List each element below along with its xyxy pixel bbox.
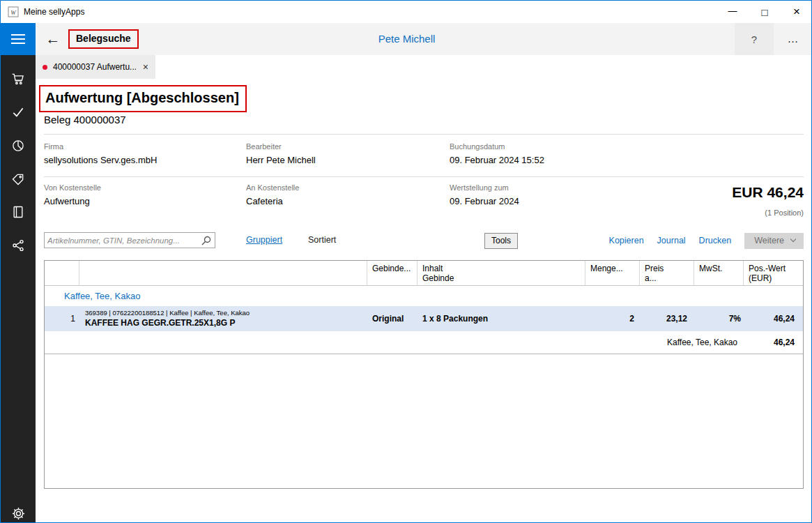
tools-button[interactable]: Tools: [484, 233, 518, 249]
window-controls: — □ ×: [717, 1, 812, 23]
summary-value: 46,24: [744, 338, 803, 347]
app-window: W Meine sellyApps — □ × ← Belegsuche Pet…: [0, 0, 812, 523]
app-logo-icon: W: [8, 6, 19, 17]
field-label: Von Kostenstelle: [44, 183, 101, 192]
chevron-down-icon: [790, 236, 796, 242]
row-mwst: 7%: [694, 314, 744, 324]
field-value: Herr Pete Michell: [246, 155, 316, 165]
drucken-link[interactable]: Drucken: [699, 236, 732, 245]
field-value: 09. Februar 2024: [450, 196, 519, 206]
field-label: Buchungsdatum: [450, 142, 544, 151]
table-header-row: Gebinde... InhaltGebinde Menge... Preisa…: [45, 261, 803, 286]
field-label: Firma: [44, 142, 157, 151]
search-box: [44, 232, 215, 248]
col-header-pos: [45, 261, 79, 285]
tab-document[interactable]: 400000037 Aufwertu... ×: [36, 55, 155, 79]
sortiert-toggle[interactable]: Sortiert: [308, 235, 336, 245]
field-buchungsdatum: Buchungsdatum 09. Februar 2024 15:52: [450, 142, 544, 165]
document-actions: Kopieren Journal Drucken Weitere: [609, 232, 804, 250]
minimize-button[interactable]: —: [717, 1, 749, 23]
row-inhalt: 1 x 8 Packungen: [418, 314, 585, 324]
row-wert: 46,24: [744, 314, 803, 324]
col-header-mwst[interactable]: MwSt.: [694, 261, 744, 285]
sidebar-item-prices[interactable]: [1, 165, 36, 193]
position-count: (1 Position): [765, 209, 804, 217]
journal-link[interactable]: Journal: [657, 236, 686, 245]
row-position: 1: [45, 314, 79, 324]
app-header: ← Belegsuche Pete Michell ? …: [1, 23, 812, 55]
titlebar: W Meine sellyApps — □ ×: [1, 1, 812, 23]
sidebar-item-share[interactable]: [1, 232, 36, 259]
field-label: An Kostenstelle: [246, 183, 299, 192]
field-firma: Firma sellysolutions Serv.ges.mbH: [44, 142, 157, 165]
col-header-preis[interactable]: Preisa...: [640, 261, 694, 285]
tab-close-icon[interactable]: ×: [143, 62, 148, 72]
maximize-button[interactable]: □: [749, 1, 781, 23]
more-options-button[interactable]: …: [774, 23, 812, 55]
document-number: Beleg 400000037: [44, 114, 126, 126]
annotation-box-title: Aufwertung [Abgeschlossen]: [39, 85, 247, 112]
positions-table: Gebinde... InhaltGebinde Menge... Preisa…: [44, 260, 804, 489]
row-article: 369389 | 07622200188512 | Kaffee | Kaffe…: [79, 309, 367, 328]
total-amount: EUR 46,24: [732, 184, 804, 201]
weitere-dropdown-button[interactable]: Weitere: [744, 233, 804, 249]
field-value: Cafeteria: [246, 196, 299, 206]
field-value: 09. Februar 2024 15:52: [450, 155, 544, 165]
tab-label: 400000037 Aufwertu...: [53, 62, 136, 72]
field-label: Bearbeiter: [246, 142, 316, 151]
divider: [44, 134, 804, 135]
ellipsis-icon: …: [788, 33, 799, 45]
unsaved-indicator-icon: [43, 65, 47, 70]
search-input[interactable]: [47, 233, 197, 248]
field-value: sellysolutions Serv.ges.mbH: [44, 155, 157, 165]
group-summary-row: Kaffee, Tee, Kakao 46,24: [45, 331, 803, 354]
sidebar-item-settings[interactable]: [1, 499, 36, 523]
close-button[interactable]: ×: [781, 1, 812, 23]
divider: [44, 176, 804, 177]
col-header-menge[interactable]: Menge...: [585, 261, 640, 285]
help-icon: ?: [751, 33, 757, 45]
field-value: Aufwertung: [44, 196, 101, 206]
field-von-kostenstelle: Von Kostenstelle Aufwertung: [44, 183, 101, 206]
field-bearbeiter: Bearbeiter Herr Pete Michell: [246, 142, 316, 165]
share-icon: [11, 238, 25, 252]
user-name[interactable]: Pete Michell: [1, 23, 812, 55]
col-header-poswert[interactable]: Pos.-Wert(EUR): [744, 261, 803, 285]
field-wertstellung: Wertstellung zum 09. Februar 2024: [450, 183, 519, 206]
sidebar-item-tasks[interactable]: [1, 98, 36, 126]
summary-label: Kaffee, Tee, Kakao: [45, 338, 744, 347]
document-title: Aufwertung [Abgeschlossen]: [45, 90, 239, 106]
table-row[interactable]: 1 369389 | 07622200188512 | Kaffee | Kaf…: [45, 306, 803, 331]
field-an-kostenstelle: An Kostenstelle Cafeteria: [246, 183, 299, 206]
check-icon: [11, 105, 25, 119]
price-tag-icon: [11, 172, 25, 186]
ledger-icon: [11, 205, 25, 219]
sidebar-item-cart[interactable]: [1, 65, 36, 93]
help-button[interactable]: ?: [735, 23, 774, 55]
gear-icon: [11, 506, 26, 521]
row-gebinde: Original: [367, 314, 418, 324]
kopieren-link[interactable]: Kopieren: [609, 236, 644, 245]
gruppiert-toggle[interactable]: Gruppiert: [246, 235, 282, 245]
row-preis: 23,12: [640, 314, 694, 324]
search-icon[interactable]: [201, 236, 211, 245]
pie-chart-icon: [11, 139, 25, 153]
tab-bar: 400000037 Aufwertu... ×: [36, 55, 812, 79]
sidebar: [1, 55, 36, 523]
article-meta: 369389 | 07622200188512 | Kaffee | Kaffe…: [85, 309, 367, 317]
group-header-row[interactable]: Kaffee, Tee, Kakao: [45, 286, 803, 306]
sidebar-item-ledger[interactable]: [1, 198, 36, 226]
col-header-artikel: [79, 261, 367, 285]
cart-icon: [11, 72, 25, 86]
col-header-gebinde[interactable]: Gebinde...: [367, 261, 418, 285]
window-title: Meine sellyApps: [24, 1, 84, 23]
sidebar-item-reports[interactable]: [1, 132, 36, 160]
field-label: Wertstellung zum: [450, 183, 519, 192]
article-name: KAFFEE HAG GEGR.GETR.25X1,8G P: [85, 318, 367, 328]
document-view: Aufwertung [Abgeschlossen] Beleg 4000000…: [36, 79, 812, 523]
row-menge: 2: [585, 314, 640, 324]
col-header-inhalt[interactable]: InhaltGebinde: [418, 261, 585, 285]
